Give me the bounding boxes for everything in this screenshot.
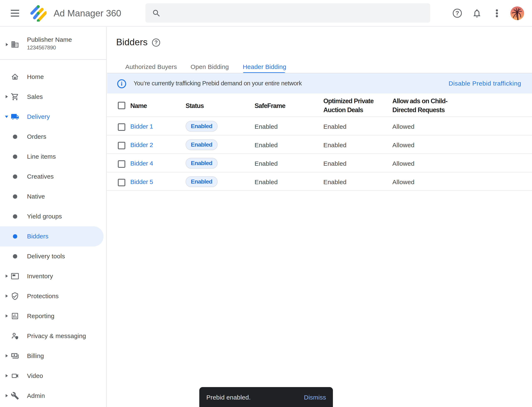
svg-text:?: ? bbox=[456, 9, 459, 16]
svg-text:?: ? bbox=[154, 39, 158, 46]
